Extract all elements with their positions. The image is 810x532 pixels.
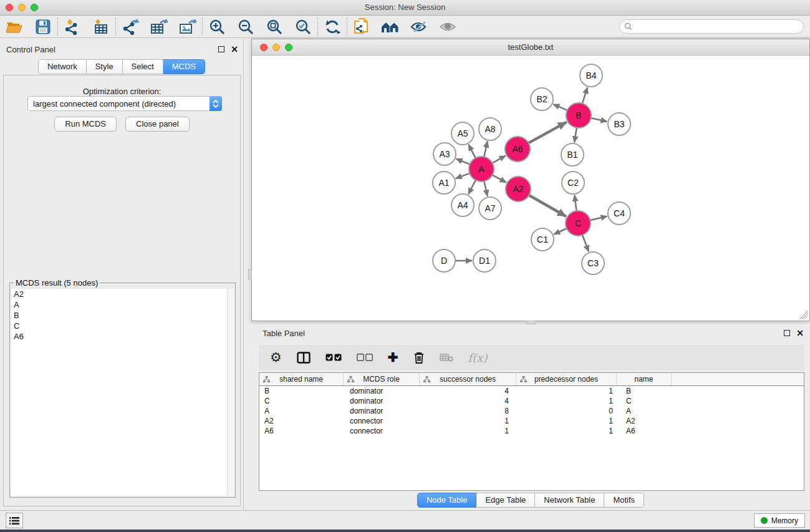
- node-label-A4: A4: [457, 200, 468, 210]
- status-bar: Memory: [0, 510, 810, 530]
- resize-grip[interactable]: [799, 311, 808, 319]
- delete-table-icon[interactable]: [440, 349, 453, 366]
- table-settings-icon[interactable]: ⚙: [270, 349, 282, 366]
- zoom-fit-icon[interactable]: [265, 18, 284, 36]
- column-header-shared-name[interactable]: shared name: [259, 373, 344, 385]
- edge-C-C4[interactable]: [590, 216, 607, 221]
- zoom-selected-icon[interactable]: [294, 18, 312, 36]
- edge-C-C3[interactable]: [582, 235, 589, 252]
- new-network-from-selection-icon[interactable]: [352, 18, 371, 36]
- function-builder-icon[interactable]: f(x): [468, 349, 488, 366]
- node-label-C3: C3: [587, 258, 599, 268]
- table-row[interactable]: Bdominator41B: [259, 386, 804, 396]
- column-header-MCDS-role[interactable]: MCDS role: [344, 373, 420, 385]
- edge-C-C1[interactable]: [554, 228, 567, 234]
- tab-network[interactable]: Network: [38, 59, 87, 74]
- memory-label: Memory: [771, 516, 798, 525]
- edge-A6-B[interactable]: [529, 122, 567, 143]
- table-tab-network-table[interactable]: Network Table: [535, 493, 604, 508]
- memory-button[interactable]: Memory: [754, 513, 805, 528]
- show-panels-button[interactable]: [6, 513, 23, 528]
- open-file-icon[interactable]: [5, 18, 24, 36]
- table-tab-node-table[interactable]: Node Table: [417, 493, 477, 508]
- edge-A-A4[interactable]: [468, 180, 476, 194]
- node-label-A5: A5: [457, 128, 468, 138]
- table-tab-motifs[interactable]: Motifs: [604, 493, 644, 508]
- first-neighbors-icon[interactable]: [381, 18, 400, 36]
- node-label-C4: C4: [614, 208, 625, 218]
- control-panel-title: Control Panel: [6, 45, 55, 54]
- table-tab-edge-table[interactable]: Edge Table: [476, 493, 535, 508]
- column-view-icon[interactable]: [297, 349, 311, 366]
- edge-A-A6[interactable]: [493, 156, 506, 163]
- result-item[interactable]: C: [11, 321, 234, 331]
- mcds-result-title: MCDS result (5 nodes): [14, 278, 100, 288]
- edge-A-A3[interactable]: [456, 159, 470, 165]
- tab-style[interactable]: Style: [87, 59, 123, 74]
- close-panel-icon[interactable]: ✕: [231, 46, 238, 52]
- network-window-titlebar[interactable]: testGlobe.txt: [252, 39, 809, 56]
- result-item[interactable]: A: [11, 299, 234, 310]
- table-cell: connector: [344, 416, 420, 426]
- table-row[interactable]: Adominator80A: [259, 406, 804, 416]
- node-label-C: C: [575, 218, 581, 228]
- main-toolbar: [0, 16, 810, 38]
- hide-selected-icon[interactable]: [410, 18, 428, 36]
- show-all-icon[interactable]: [438, 18, 457, 36]
- deselect-all-icon[interactable]: [357, 349, 373, 366]
- criterion-dropdown[interactable]: largest connected component (directed): [27, 96, 222, 111]
- edge-B-B3[interactable]: [591, 118, 607, 122]
- zoom-out-icon[interactable]: [236, 18, 255, 36]
- table-cell: dominator: [344, 406, 420, 416]
- result-item[interactable]: A2: [11, 289, 234, 299]
- result-item[interactable]: A6: [11, 331, 234, 342]
- import-table-icon[interactable]: [92, 18, 110, 36]
- network-canvas[interactable]: B4B2BB3B1A5A8A6A3AA1C2A2A4A7CC4C1C3DD1: [253, 56, 809, 320]
- column-header-successor-nodes[interactable]: successor nodes: [420, 373, 516, 385]
- save-session-icon[interactable]: [34, 18, 52, 36]
- table-row[interactable]: A2connector11A2: [259, 416, 804, 426]
- edge-B-B1[interactable]: [574, 128, 577, 142]
- column-header-name[interactable]: name: [617, 373, 672, 385]
- table-row[interactable]: Cdominator41C: [259, 396, 804, 406]
- edge-C-C2[interactable]: [574, 195, 576, 211]
- column-header-predecessor-nodes[interactable]: predecessor nodes: [516, 373, 617, 385]
- close-panel-button[interactable]: Close panel: [125, 117, 190, 132]
- mcds-result-box: MCDS result (5 nodes) A2ABCA6: [9, 283, 236, 498]
- edge-B-B4[interactable]: [582, 87, 587, 104]
- search-field[interactable]: [619, 19, 804, 34]
- node-label-C1: C1: [537, 235, 548, 244]
- run-mcds-button[interactable]: Run MCDS: [54, 117, 117, 132]
- tab-mcds[interactable]: MCDS: [163, 59, 205, 74]
- vertical-scrollbar-thumb[interactable]: [248, 269, 252, 279]
- table-cell: 1: [516, 426, 617, 436]
- tab-select[interactable]: Select: [123, 59, 163, 74]
- edge-A-A7[interactable]: [484, 181, 487, 196]
- result-scrollbar[interactable]: [227, 289, 234, 496]
- edge-A-A8[interactable]: [484, 142, 487, 157]
- float-panel-icon[interactable]: [218, 46, 224, 52]
- table-cell: dominator: [344, 386, 420, 396]
- edge-A-A2[interactable]: [493, 175, 506, 183]
- edge-B-B2[interactable]: [553, 104, 567, 110]
- refresh-icon[interactable]: [323, 18, 342, 36]
- delete-column-icon[interactable]: [413, 349, 425, 366]
- export-network-icon[interactable]: [121, 18, 140, 36]
- select-all-icon[interactable]: [325, 349, 342, 366]
- mcds-pane: Optimization criterion: largest connecte…: [3, 75, 241, 506]
- table-toolbar: ⚙ ✚ f(x): [259, 345, 804, 370]
- export-table-icon[interactable]: [150, 18, 168, 36]
- edge-A2-C[interactable]: [529, 195, 566, 216]
- edge-A-A1[interactable]: [456, 173, 470, 178]
- add-column-icon[interactable]: ✚: [388, 349, 398, 366]
- table-cell: A6: [617, 426, 672, 436]
- import-network-icon[interactable]: [63, 18, 82, 36]
- result-item[interactable]: B: [11, 310, 234, 321]
- table-row[interactable]: A6connector11A6: [259, 426, 804, 436]
- edge-A-A5[interactable]: [468, 145, 475, 158]
- export-image-icon[interactable]: [178, 18, 197, 36]
- search-input[interactable]: [635, 21, 803, 32]
- table-close-panel-icon[interactable]: ✕: [796, 330, 804, 336]
- zoom-in-icon[interactable]: [208, 18, 226, 36]
- table-float-panel-icon[interactable]: [784, 330, 790, 336]
